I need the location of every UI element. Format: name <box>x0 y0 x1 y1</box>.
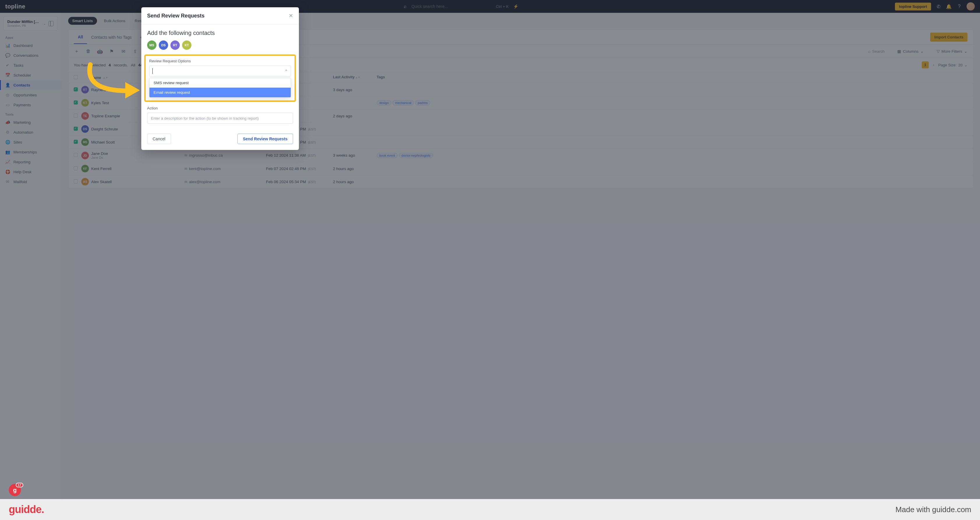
guidde-footer: guidde. Made with guidde.com <box>0 499 980 520</box>
contact-chip: RT <box>170 40 180 50</box>
contact-chips: MSDSRTKT <box>147 40 293 50</box>
review-options-combo[interactable]: ⌃ <box>149 65 291 76</box>
guidde-logo: guidde. <box>9 503 44 516</box>
guidde-credit: Made with guidde.com <box>896 505 971 514</box>
option-email[interactable]: Email review request <box>150 88 291 97</box>
contact-chip: KT <box>182 40 191 50</box>
chevron-up-icon: ⌃ <box>285 69 288 73</box>
close-icon[interactable]: ✕ <box>289 13 293 19</box>
cancel-button[interactable]: Cancel <box>147 134 171 144</box>
action-input[interactable] <box>147 113 293 124</box>
caret-icon <box>152 68 153 74</box>
send-review-requests-button[interactable]: Send Review Requests <box>237 134 293 144</box>
option-sms[interactable]: SMS review request <box>150 78 291 88</box>
review-requests-modal: Send Review Requests ✕ Add the following… <box>141 7 299 150</box>
highlight-annotation: Review Request Options ⌃ SMS review requ… <box>144 54 296 102</box>
modal-subtitle: Add the following contacts <box>147 30 293 36</box>
options-label: Review Request Options <box>149 59 291 63</box>
contact-chip: MS <box>147 40 156 50</box>
contact-chip: DS <box>159 40 168 50</box>
modal-title: Send Review Requests <box>147 13 205 19</box>
guidde-badge[interactable]: g17 <box>9 484 21 496</box>
action-label: Action <box>147 106 293 110</box>
review-options-dropdown: SMS review request Email review request <box>149 78 291 98</box>
badge-count: 17 <box>16 483 23 487</box>
